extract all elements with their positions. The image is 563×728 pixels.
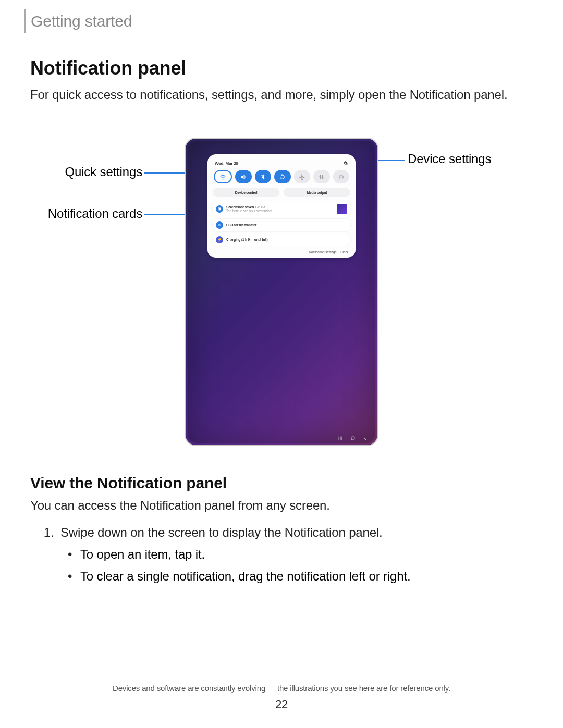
page-title: Notification panel [30, 57, 533, 79]
notification-shade: Wed, Mar 29 Device control Media output … [207, 154, 356, 258]
screenshot-icon: ▣ [216, 205, 223, 213]
notification-card[interactable]: ⚡ Charging (1 h 9 m until full) [213, 233, 350, 246]
home-icon[interactable] [350, 436, 356, 441]
screenshot-thumbnail [337, 204, 347, 214]
notification-card[interactable]: ▣ Screenshot saved 4:40 PM Tap here to s… [213, 201, 350, 217]
nav-bar [338, 436, 368, 441]
recents-icon[interactable] [338, 436, 343, 441]
device-control-button[interactable]: Device control [213, 188, 279, 197]
bullet-list: To open an item, tap it. To clear a sing… [30, 547, 533, 584]
callout-quick-settings: Quick settings [30, 165, 142, 179]
breadcrumb: Getting started [31, 13, 533, 30]
notification-settings-link[interactable]: Notification settings [309, 250, 336, 254]
shade-date: Wed, Mar 29 [215, 161, 238, 166]
device-illustration: Wed, Mar 29 Device control Media output … [185, 138, 378, 446]
data-icon[interactable] [313, 170, 329, 183]
notification-time: 4:40 PM [255, 206, 265, 209]
intro-paragraph: For quick access to notifications, setti… [30, 87, 533, 103]
section-paragraph: You can access the Notification panel fr… [30, 498, 533, 513]
rotate-icon[interactable] [274, 170, 290, 183]
svg-rect-3 [351, 437, 354, 440]
wifi-icon[interactable] [214, 170, 232, 183]
page-number: 22 [0, 698, 563, 711]
quick-settings-row [213, 170, 350, 188]
hotspot-icon[interactable] [333, 170, 349, 183]
step-item: Swipe down on the screen to display the … [57, 525, 533, 540]
gear-icon[interactable] [343, 161, 348, 166]
steps-list: Swipe down on the screen to display the … [30, 525, 533, 540]
airplane-icon[interactable] [294, 170, 310, 183]
bluetooth-icon[interactable] [255, 170, 271, 183]
notification-title: USB for file transfer [226, 223, 256, 227]
usb-icon: ⇅ [216, 221, 223, 229]
footnote: Devices and software are constantly evol… [0, 684, 563, 693]
bullet-item: To clear a single notification, drag the… [80, 569, 533, 584]
notification-card[interactable]: ⇅ USB for file transfer [213, 219, 350, 231]
section-heading: View the Notification panel [30, 474, 533, 492]
bullet-item: To open an item, tap it. [80, 547, 533, 562]
sound-icon[interactable] [235, 170, 251, 183]
notification-title: Charging (1 h 9 m until full) [226, 238, 268, 241]
callout-notification-cards: Notification cards [30, 206, 142, 221]
media-output-button[interactable]: Media output [284, 188, 350, 197]
callout-device-settings: Device settings [408, 152, 533, 166]
back-icon[interactable] [363, 436, 368, 441]
charging-icon: ⚡ [216, 236, 223, 243]
notification-subtitle: Tap here to see your screenshot. [226, 209, 334, 213]
notification-title: Screenshot saved [226, 205, 254, 209]
figure: Quick settings Notification cards Device… [30, 132, 533, 455]
clear-button[interactable]: Clear [340, 250, 348, 254]
